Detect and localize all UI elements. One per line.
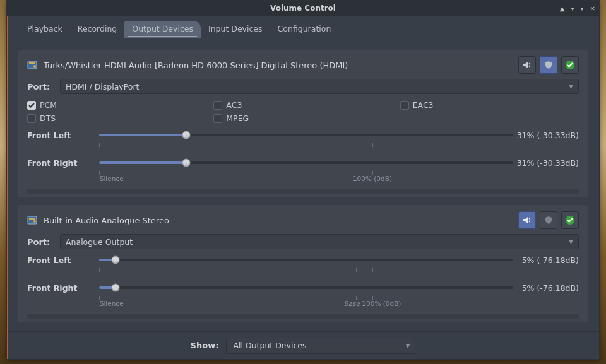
codec-checkbox-dts[interactable]: DTS (27, 114, 206, 123)
channel-label: Front Right (27, 283, 97, 293)
vu-meter (27, 314, 579, 319)
chevron-down-icon: ▼ (405, 343, 410, 349)
port-select[interactable]: HDMI / DisplayPort ▼ (60, 79, 579, 94)
tab-label: Input Devices (208, 24, 263, 35)
codec-label: DTS (40, 114, 56, 123)
volume-slider-front-right[interactable]: » (99, 157, 513, 168)
port-value: HDMI / DisplayPort (66, 82, 140, 91)
codec-label: AC3 (226, 100, 242, 110)
speaker-icon (522, 60, 532, 70)
window-close-icon[interactable]: ✕ (590, 5, 595, 12)
scale-silence: Silence (100, 300, 124, 307)
window-up-icon[interactable]: ▲ (560, 5, 565, 12)
devices-list: Turks/Whistler HDMI Audio [Radeon HD 600… (7, 38, 599, 331)
volume-slider-front-right[interactable] (99, 282, 513, 293)
channel-value: 31% (-30.33dB) (516, 131, 579, 140)
svg-point-2 (33, 65, 36, 68)
default-button[interactable] (561, 56, 579, 74)
show-label: Show: (191, 341, 219, 350)
chevron-down-icon: ▼ (569, 238, 573, 245)
footer: Show: All Output Devices ▼ (7, 331, 599, 359)
device-card: Turks/Whistler HDMI Audio [Radeon HD 600… (18, 50, 588, 197)
scale-100: Base 100% (0dB) (343, 300, 401, 307)
scale-100: 100% (0dB) (353, 175, 392, 182)
channel-value: 31% (-30.33dB) (516, 158, 579, 168)
tab-label: Recording (78, 24, 117, 35)
lock-button[interactable] (540, 211, 557, 229)
chevron-down-icon: ▼ (569, 83, 573, 90)
volume-slider-front-left[interactable]: » (99, 129, 513, 141)
mute-button[interactable] (518, 211, 536, 229)
channel-value: 5% (-76.18dB) (516, 283, 579, 293)
tab-label: Playback (27, 24, 62, 35)
tab-playback[interactable]: Playback (20, 21, 70, 38)
channel-label: Front Left (27, 255, 97, 265)
svg-point-6 (33, 220, 36, 223)
codec-checkbox-pcm[interactable]: PCM (27, 100, 206, 110)
tab-recording[interactable]: Recording (70, 21, 125, 38)
tab-output-devices[interactable]: Output Devices (124, 21, 201, 38)
device-title: Turks/Whistler HDMI Audio [Radeon HD 600… (44, 61, 513, 70)
titlebar: Volume Control ▲ ▾ ▾ ✕ (7, 1, 599, 16)
device-title: Built-in Audio Analogue Stereo (44, 216, 513, 225)
svg-rect-4 (28, 216, 37, 224)
port-value: Analogue Output (66, 237, 133, 247)
vu-meter (27, 189, 579, 194)
codec-label: MPEG (226, 114, 249, 123)
svg-rect-1 (29, 62, 35, 64)
codec-checkbox-mpeg[interactable]: MPEG (213, 114, 392, 123)
codec-label: PCM (40, 100, 57, 110)
volume-slider-front-left[interactable] (99, 254, 513, 266)
lock-button[interactable] (540, 56, 557, 74)
tab-label: Output Devices (132, 24, 193, 33)
sound-card-icon (27, 59, 39, 71)
check-circle-icon (565, 60, 575, 70)
port-select[interactable]: Analogue Output ▼ (60, 234, 579, 249)
check-circle-icon (565, 215, 575, 225)
sound-card-icon (27, 214, 39, 226)
port-label: Port: (27, 237, 52, 247)
scale-silence: Silence (100, 175, 124, 182)
tab-configuration[interactable]: Configuration (270, 21, 339, 38)
channel-label: Front Right (27, 158, 97, 168)
tab-label: Configuration (278, 24, 331, 35)
svg-rect-5 (29, 218, 35, 220)
codec-label: EAC3 (413, 100, 434, 110)
window-title: Volume Control (270, 4, 336, 13)
show-value: All Output Devices (233, 341, 306, 350)
window-min-icon[interactable]: ▾ (581, 5, 584, 12)
show-select[interactable]: All Output Devices ▼ (226, 338, 415, 354)
tabs: Playback Recording Output Devices Input … (7, 16, 599, 38)
shield-icon (544, 61, 553, 69)
channel-label: Front Left (27, 131, 97, 140)
svg-rect-0 (28, 61, 37, 69)
port-label: Port: (27, 82, 52, 91)
volume-control-window: Volume Control ▲ ▾ ▾ ✕ Playback Recordin… (6, 0, 600, 360)
codec-checkbox-eac3[interactable]: EAC3 (400, 100, 579, 110)
codec-checkbox-ac3[interactable]: AC3 (213, 100, 392, 110)
mute-button[interactable] (518, 56, 536, 74)
device-card: Built-in Audio Analogue Stereo Port: (18, 205, 588, 322)
channel-value: 5% (-76.18dB) (516, 255, 579, 265)
default-button[interactable] (561, 211, 579, 229)
window-down-icon[interactable]: ▾ (571, 5, 574, 12)
speaker-icon (522, 215, 532, 225)
tab-input-devices[interactable]: Input Devices (201, 21, 270, 38)
shield-icon (544, 216, 553, 225)
